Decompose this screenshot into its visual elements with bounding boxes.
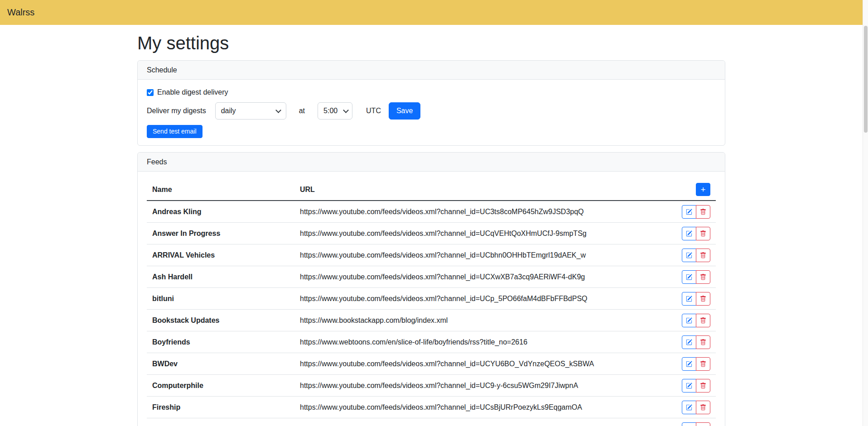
enable-digest-row: Enable digest delivery: [147, 87, 716, 98]
edit-feed-button[interactable]: [682, 422, 696, 426]
edit-feed-button[interactable]: [682, 270, 696, 284]
pencil-square-icon: [686, 339, 692, 345]
delete-feed-button[interactable]: [696, 335, 710, 349]
feed-actions-group: [682, 292, 710, 306]
scrollbar-thumb[interactable]: [864, 26, 868, 133]
edit-feed-button[interactable]: [682, 292, 696, 306]
feed-row: Ash Hardell https://www.youtube.com/feed…: [147, 266, 716, 288]
feed-name: Computerphile: [147, 375, 294, 397]
feed-actions-group: [682, 401, 710, 414]
delete-feed-button[interactable]: [696, 401, 710, 414]
enable-digest-checkbox[interactable]: [147, 89, 154, 96]
schedule-card-header: Schedule: [138, 61, 725, 80]
navbar: Walrss: [0, 0, 863, 25]
trash-icon: [700, 361, 706, 367]
feed-actions-cell: [674, 244, 716, 266]
trash-icon: [700, 383, 706, 389]
feed-row: Boyfriends https://www.webtoons.com/en/s…: [147, 331, 716, 353]
feed-actions-group: [682, 227, 710, 240]
save-button[interactable]: Save: [389, 102, 420, 120]
feed-url: https://www.youtube.com/feeds/videos.xml…: [294, 266, 674, 288]
frequency-select[interactable]: daily: [215, 102, 286, 120]
delete-feed-button[interactable]: [696, 270, 710, 284]
edit-feed-button[interactable]: [682, 401, 696, 414]
feeds-card-header: Feeds: [138, 153, 725, 172]
feed-actions-cell: [674, 201, 716, 223]
feed-row: Andreas Kling https://www.youtube.com/fe…: [147, 201, 716, 223]
delete-feed-button[interactable]: [696, 227, 710, 240]
feed-actions-group: [682, 379, 710, 392]
brand[interactable]: Walrss: [7, 7, 34, 18]
pencil-square-icon: [686, 404, 692, 411]
pencil-square-icon: [686, 274, 692, 280]
enable-digest-label[interactable]: Enable digest delivery: [157, 88, 228, 96]
feed-url: https://www.youtube.com/feeds/videos.xml…: [294, 353, 674, 375]
app: Walrss My settings Schedule Enable diges…: [0, 0, 863, 426]
feed-actions-cell: [674, 397, 716, 418]
edit-feed-button[interactable]: [682, 357, 696, 371]
feed-actions-cell: [674, 353, 716, 375]
feed-actions-cell: [674, 310, 716, 331]
feed-row: BWDev https://www.youtube.com/feeds/vide…: [147, 353, 716, 375]
column-header-actions: +: [674, 179, 716, 201]
column-header-url: URL: [294, 179, 674, 201]
feed-name: Andreas Kling: [147, 201, 294, 223]
trash-icon: [700, 296, 706, 302]
deliver-label: Deliver my digests: [147, 107, 206, 115]
feed-name: Boyfriends: [147, 331, 294, 353]
time-select[interactable]: 5:00: [318, 102, 352, 120]
edit-feed-button[interactable]: [682, 205, 696, 219]
send-test-email-button[interactable]: Send test email: [147, 125, 203, 138]
trash-icon: [700, 339, 706, 345]
edit-feed-button[interactable]: [682, 379, 696, 392]
feed-url: https://www.webtoons.com/en/slice-of-lif…: [294, 331, 674, 353]
feed-actions-cell: [674, 418, 716, 426]
trash-icon: [700, 274, 706, 280]
feed-url: https://www.youtube.com/feeds/videos.xml…: [294, 375, 674, 397]
feed-row: ARRIVAL Vehicles https://www.youtube.com…: [147, 244, 716, 266]
feed-actions-group: [682, 357, 710, 371]
delete-feed-button[interactable]: [696, 357, 710, 371]
feeds-card-body: Name URL + Andreas Kling https://www.you…: [138, 172, 725, 426]
feeds-table: Name URL + Andreas Kling https://www.you…: [147, 179, 716, 426]
feed-actions-cell: [674, 288, 716, 310]
pencil-square-icon: [686, 361, 692, 367]
delete-feed-button[interactable]: [696, 314, 710, 327]
feed-name: BWDev: [147, 353, 294, 375]
edit-feed-button[interactable]: [682, 335, 696, 349]
feed-name: bitluni: [147, 288, 294, 310]
feed-actions-group: [682, 270, 710, 284]
trash-icon: [700, 209, 706, 215]
feed-actions-cell: [674, 331, 716, 353]
feed-actions-group: [682, 205, 710, 219]
delete-feed-button[interactable]: [696, 422, 710, 426]
add-feed-button[interactable]: +: [696, 183, 710, 196]
vertical-scrollbar[interactable]: [863, 0, 868, 426]
pencil-square-icon: [686, 383, 692, 389]
trash-icon: [700, 404, 706, 411]
delete-feed-button[interactable]: [696, 205, 710, 219]
feed-row: Go Time https://changelog.com/gotime/fee…: [147, 418, 716, 426]
delete-feed-button[interactable]: [696, 379, 710, 392]
edit-feed-button[interactable]: [682, 249, 696, 262]
delete-feed-button[interactable]: [696, 292, 710, 306]
feed-actions-group: [682, 249, 710, 262]
feeds-header-row: Name URL +: [147, 179, 716, 201]
delete-feed-button[interactable]: [696, 249, 710, 262]
pencil-square-icon: [686, 209, 692, 215]
trash-icon: [700, 317, 706, 324]
feed-actions-cell: [674, 375, 716, 397]
test-email-row: Send test email: [147, 125, 716, 138]
feeds-card: Feeds Name URL + And: [137, 152, 725, 426]
time-select-wrap: 5:00: [318, 102, 352, 120]
feed-name: Bookstack Updates: [147, 310, 294, 331]
pencil-square-icon: [686, 252, 692, 258]
feed-row: bitluni https://www.youtube.com/feeds/vi…: [147, 288, 716, 310]
trash-icon: [700, 252, 706, 258]
edit-feed-button[interactable]: [682, 314, 696, 327]
page-title: My settings: [137, 33, 725, 53]
feed-actions-group: [682, 422, 710, 426]
feed-url: https://www.youtube.com/feeds/videos.xml…: [294, 201, 674, 223]
feed-row: Fireship https://www.youtube.com/feeds/v…: [147, 397, 716, 418]
edit-feed-button[interactable]: [682, 227, 696, 240]
